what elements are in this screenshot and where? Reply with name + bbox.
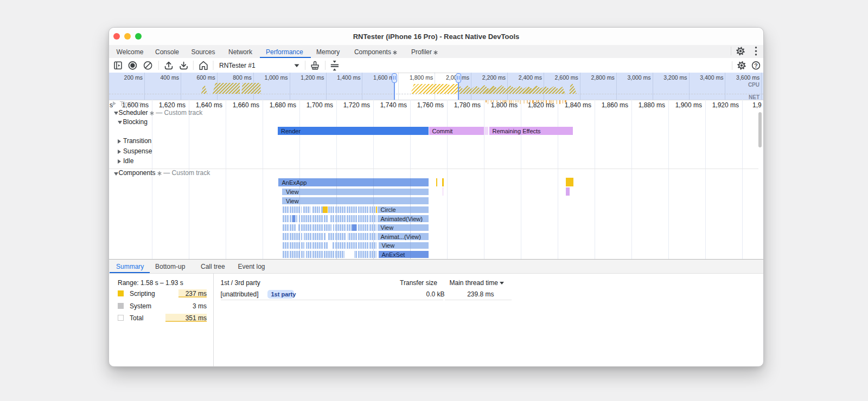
svg-text:?: ? — [754, 62, 757, 69]
